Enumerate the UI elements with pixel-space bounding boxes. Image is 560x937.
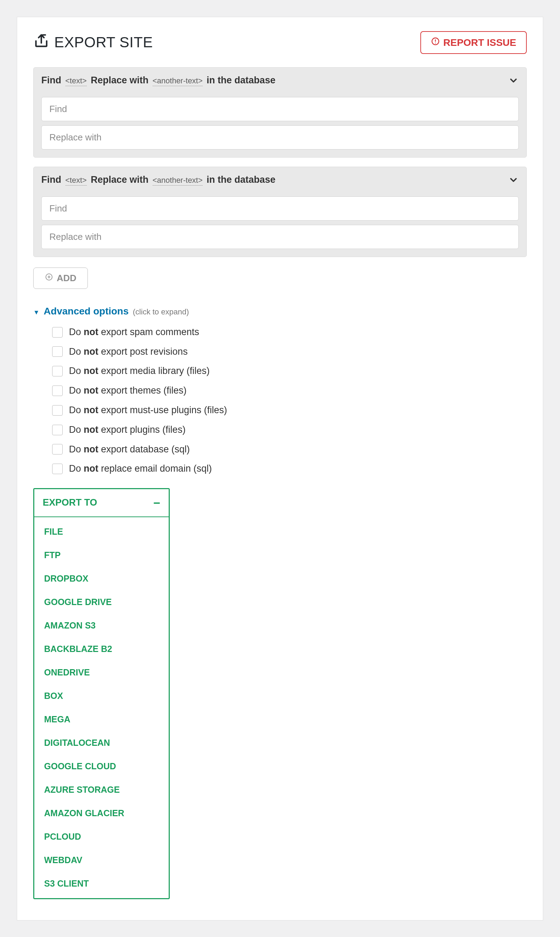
- title-left: EXPORT SITE: [33, 32, 153, 53]
- checkbox[interactable]: [52, 425, 63, 435]
- advanced-option-label: Do not export media library (files): [69, 365, 210, 378]
- plus-circle-icon: [45, 273, 53, 284]
- report-issue-label: REPORT ISSUE: [443, 37, 516, 48]
- advanced-option-2[interactable]: Do not export media library (files): [52, 365, 527, 378]
- find-replace-desc: Find <text> Replace with <another-text> …: [41, 173, 275, 186]
- export-to-label: EXPORT TO: [43, 496, 97, 510]
- export-option-dropbox[interactable]: DROPBOX: [34, 567, 169, 590]
- export-option-amazon-glacier[interactable]: AMAZON GLACIER: [34, 801, 169, 825]
- advanced-option-label: Do not export post revisions: [69, 345, 188, 359]
- export-option-onedrive[interactable]: ONEDRIVE: [34, 661, 169, 684]
- alert-icon: [431, 37, 440, 48]
- export-option-webdav[interactable]: WEBDAV: [34, 848, 169, 872]
- advanced-option-4[interactable]: Do not export must-use plugins (files): [52, 404, 527, 417]
- advanced-options-hint: (click to expand): [133, 307, 189, 317]
- checkbox[interactable]: [52, 405, 63, 416]
- export-option-s3-client[interactable]: S3 CLIENT: [34, 872, 169, 895]
- checkbox[interactable]: [52, 366, 63, 376]
- export-icon: [33, 33, 49, 52]
- export-option-box[interactable]: BOX: [34, 684, 169, 707]
- advanced-options-section: ▼ Advanced options (click to expand) Do …: [33, 304, 527, 476]
- advanced-option-1[interactable]: Do not export post revisions: [52, 345, 527, 359]
- chevron-down-icon[interactable]: [508, 175, 519, 185]
- report-issue-button[interactable]: REPORT ISSUE: [420, 31, 527, 54]
- find-input-1[interactable]: [41, 97, 519, 121]
- export-option-azure-storage[interactable]: AZURE STORAGE: [34, 778, 169, 801]
- replace-input-2[interactable]: [41, 225, 519, 249]
- checkbox[interactable]: [52, 346, 63, 357]
- advanced-option-3[interactable]: Do not export themes (files): [52, 384, 527, 398]
- advanced-options-toggle[interactable]: ▼ Advanced options (click to expand): [33, 304, 189, 318]
- checkbox[interactable]: [52, 385, 63, 396]
- find-replace-desc: Find <text> Replace with <another-text> …: [41, 74, 275, 87]
- page-title: EXPORT SITE: [54, 32, 153, 53]
- caret-down-icon: ▼: [33, 308, 40, 317]
- export-option-file[interactable]: FILE: [34, 520, 169, 543]
- checkbox[interactable]: [52, 464, 63, 474]
- export-to-items: FILEFTPDROPBOXGOOGLE DRIVEAMAZON S3BACKB…: [34, 517, 169, 898]
- add-button[interactable]: ADD: [33, 268, 88, 289]
- export-option-digitalocean[interactable]: DIGITALOCEAN: [34, 731, 169, 755]
- advanced-option-5[interactable]: Do not export plugins (files): [52, 423, 527, 437]
- advanced-option-label: Do not export plugins (files): [69, 423, 186, 437]
- advanced-option-6[interactable]: Do not export database (sql): [52, 443, 527, 456]
- find-replace-box-1: Find <text> Replace with <another-text> …: [33, 67, 527, 157]
- export-option-ftp[interactable]: FTP: [34, 543, 169, 567]
- export-to-header[interactable]: EXPORT TO −: [34, 489, 169, 517]
- replace-input-1[interactable]: [41, 125, 519, 149]
- advanced-option-label: Do not export themes (files): [69, 384, 186, 398]
- export-option-pcloud[interactable]: PCLOUD: [34, 825, 169, 848]
- export-option-google-cloud[interactable]: GOOGLE CLOUD: [34, 755, 169, 778]
- export-option-mega[interactable]: MEGA: [34, 707, 169, 731]
- find-input-2[interactable]: [41, 196, 519, 220]
- title-bar: EXPORT SITE REPORT ISSUE: [33, 31, 527, 54]
- minus-icon: −: [153, 500, 160, 506]
- export-option-backblaze-b2[interactable]: BACKBLAZE B2: [34, 637, 169, 661]
- export-card: EXPORT SITE REPORT ISSUE Find <text>: [17, 17, 543, 920]
- add-button-label: ADD: [57, 273, 76, 284]
- find-replace-box-2: Find <text> Replace with <another-text> …: [33, 166, 527, 257]
- checkbox[interactable]: [52, 327, 63, 338]
- advanced-option-0[interactable]: Do not export spam comments: [52, 326, 527, 339]
- chevron-down-icon[interactable]: [508, 75, 519, 86]
- svg-point-2: [435, 43, 435, 43]
- export-to-menu: EXPORT TO − FILEFTPDROPBOXGOOGLE DRIVEAM…: [33, 488, 170, 899]
- advanced-option-label: Do not export database (sql): [69, 443, 190, 456]
- advanced-option-label: Do not replace email domain (sql): [69, 462, 212, 476]
- advanced-options-list: Do not export spam commentsDo not export…: [33, 326, 527, 476]
- advanced-option-label: Do not export must-use plugins (files): [69, 404, 227, 417]
- checkbox[interactable]: [52, 444, 63, 455]
- advanced-option-7[interactable]: Do not replace email domain (sql): [52, 462, 527, 476]
- export-option-amazon-s3[interactable]: AMAZON S3: [34, 614, 169, 637]
- advanced-option-label: Do not export spam comments: [69, 326, 199, 339]
- export-option-google-drive[interactable]: GOOGLE DRIVE: [34, 590, 169, 614]
- advanced-options-label: Advanced options: [44, 304, 129, 318]
